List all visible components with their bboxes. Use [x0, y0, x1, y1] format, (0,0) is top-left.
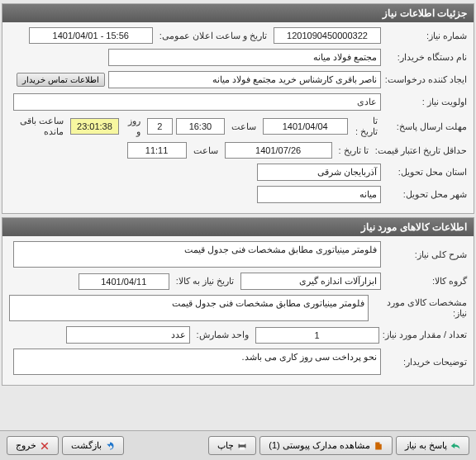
goods-group-value: ابزارآلات اندازه گیری — [240, 273, 381, 290]
remaining-suffix-label: ساعت باقی مانده — [9, 116, 67, 137]
deadline-date-value: 1401/04/04 — [263, 118, 348, 135]
hour-label-1: ساعت — [228, 121, 259, 132]
spacer — [127, 436, 205, 455]
city-label: شهر محل تحویل: — [384, 189, 467, 200]
goods-info-body: شرح کلی نیاز: فلومتر مینیاتوری مطابق مشخ… — [2, 236, 474, 385]
quantity-value: 1 — [255, 327, 379, 344]
attachments-button[interactable]: مشاهده مدارک پیوستی (1) — [259, 436, 393, 455]
need-details-header: جزئیات اطلاعات نیاز — [2, 4, 474, 22]
attachment-icon — [374, 441, 383, 451]
buyer-contact-button[interactable]: اطلاعات تماس خریدار — [17, 73, 105, 87]
buyer-notes-label: توضیحات خریدار: — [384, 357, 467, 368]
need-date-value: 1401/04/11 — [79, 273, 169, 290]
priority-label: اولویت نیاز : — [384, 97, 467, 107]
province-value: آذربایجان شرقی — [257, 164, 381, 181]
svg-rect-1 — [240, 442, 245, 444]
priority-value: عادی — [13, 93, 381, 111]
need-date-label: تاریخ نیاز به کالا: — [173, 276, 237, 287]
exit-button-label: خروج — [16, 440, 36, 451]
attachments-button-label: مشاهده مدارک پیوستی (1) — [269, 440, 370, 451]
validity-date-value: 1401/07/26 — [225, 142, 332, 159]
print-button-label: چاپ — [217, 440, 234, 451]
back-button-label: بازگشت — [71, 440, 102, 451]
goods-info-header: اطلاعات کالاهای مورد نیاز — [2, 218, 474, 236]
validity-time-value: 11:11 — [127, 142, 187, 159]
buyer-value: مجتمع فولاد میانه — [108, 49, 381, 66]
buyer-label: نام دستگاه خریدار: — [384, 52, 467, 63]
print-button[interactable]: چاپ — [208, 436, 256, 455]
general-desc-value: فلومتر مینیاتوری مطابق مشخصات فنی جدول ق… — [13, 241, 381, 268]
to-date-label-2: تا تاریخ : — [336, 145, 372, 156]
goods-group-label: گروه کالا: — [384, 276, 467, 287]
spec-value: فلومتر مینیاتوری مطابق مشخصات فنی جدول ق… — [9, 295, 369, 321]
spec-label: مشخصات کالای مورد نیاز: — [372, 297, 467, 319]
need-details-body: شماره نیاز: 1201090450000322 تاریخ و ساع… — [2, 22, 474, 213]
action-bar: پاسخ به نیاز مشاهده مدارک پیوستی (1) چاپ… — [0, 430, 476, 460]
creator-value: ناصر باقری کارشناس خرید مجتمع فولاد میان… — [108, 71, 381, 88]
need-number-label: شماره نیاز: — [384, 31, 467, 41]
general-desc-label: شرح کلی نیاز: — [384, 249, 467, 260]
hour-label-2: ساعت — [190, 145, 221, 156]
back-icon — [105, 441, 115, 451]
deadline-label: مهلت ارسال پاسخ: — [384, 121, 467, 132]
need-details-panel: جزئیات اطلاعات نیاز شماره نیاز: 12010904… — [2, 3, 474, 214]
back-button[interactable]: بازگشت — [62, 436, 124, 455]
unit-value: عدد — [66, 326, 190, 344]
price-validity-label: حداقل تاریخ اعتبار قیمت: — [375, 145, 467, 156]
goods-info-panel: اطلاعات کالاهای مورد نیاز شرح کلی نیاز: … — [2, 217, 474, 386]
respond-button-label: پاسخ به نیاز — [405, 440, 447, 451]
unit-label: واحد شمارش: — [193, 330, 252, 340]
remaining-time-value: 23:01:38 — [70, 118, 118, 135]
exit-button[interactable]: خروج — [7, 436, 59, 455]
days-remaining-value: 2 — [147, 118, 174, 135]
days-and-label: روز و — [122, 116, 144, 137]
province-label: استان محل تحویل: — [384, 167, 467, 178]
to-date-label-1: تا تاریخ : — [351, 116, 381, 137]
creator-label: ایجاد کننده درخواست: — [384, 74, 467, 85]
announce-date-label: تاریخ و ساعت اعلان عمومی: — [156, 31, 270, 41]
svg-rect-2 — [240, 447, 245, 449]
announce-date-value: 1401/04/01 - 15:56 — [29, 27, 153, 44]
print-icon — [237, 441, 247, 451]
need-number-value: 1201090450000322 — [274, 27, 381, 44]
reply-icon — [450, 441, 460, 451]
respond-button[interactable]: پاسخ به نیاز — [396, 436, 469, 455]
deadline-time-value: 16:30 — [176, 118, 224, 135]
exit-icon — [40, 441, 50, 451]
city-value: میانه — [257, 186, 381, 203]
quantity-label: تعداد / مقدار مورد نیاز: — [383, 330, 467, 340]
buyer-notes-value: نحو پرداخت سی روز کاری می باشد. — [13, 349, 381, 375]
